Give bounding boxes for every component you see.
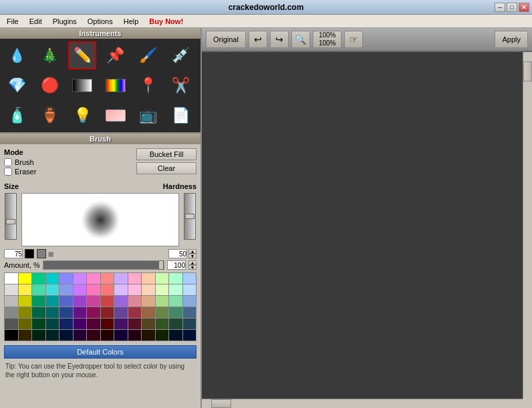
color-cell[interactable] bbox=[114, 307, 128, 318]
size-input[interactable] bbox=[4, 249, 23, 258]
color-cell[interactable] bbox=[128, 319, 142, 329]
hardness-slider[interactable] bbox=[184, 193, 196, 240]
color-cell[interactable] bbox=[101, 319, 114, 329]
color-cell[interactable] bbox=[183, 330, 196, 341]
color-cell[interactable] bbox=[74, 296, 87, 307]
color-cell[interactable] bbox=[183, 296, 196, 307]
scrollbar-vertical[interactable] bbox=[523, 52, 532, 399]
color-cell[interactable] bbox=[114, 330, 128, 341]
amount-input[interactable] bbox=[167, 260, 186, 270]
color-cell[interactable] bbox=[169, 296, 182, 307]
size-slider[interactable] bbox=[5, 193, 17, 240]
minimize-button[interactable]: ─ bbox=[495, 3, 505, 12]
color-cell[interactable] bbox=[183, 307, 196, 318]
tool-scissors[interactable]: ✂️ bbox=[167, 71, 195, 99]
menu-plugins[interactable]: Plugins bbox=[49, 17, 81, 26]
menu-options[interactable]: Options bbox=[84, 17, 117, 26]
color-cell[interactable] bbox=[46, 307, 59, 318]
color-cell[interactable] bbox=[32, 319, 45, 329]
amount-up-arrow[interactable]: ▲ bbox=[188, 260, 196, 265]
color-cell[interactable] bbox=[19, 273, 32, 284]
color-cell[interactable] bbox=[156, 296, 169, 307]
amount-down-arrow[interactable]: ▼ bbox=[188, 265, 196, 270]
color-cell[interactable] bbox=[32, 284, 45, 295]
tool-brush[interactable]: 🖌️ bbox=[134, 41, 162, 69]
color-cell[interactable] bbox=[74, 319, 87, 329]
color-cell[interactable] bbox=[87, 296, 100, 307]
zoom-in-button[interactable]: 🔍 bbox=[291, 31, 310, 48]
color-cell[interactable] bbox=[183, 319, 196, 329]
color-cell[interactable] bbox=[74, 307, 87, 318]
color-cell[interactable] bbox=[87, 284, 100, 295]
color-cell[interactable] bbox=[142, 307, 155, 318]
color-cell[interactable] bbox=[142, 284, 155, 295]
color-cell[interactable] bbox=[5, 273, 18, 284]
color-cell[interactable] bbox=[169, 307, 182, 318]
color-cell[interactable] bbox=[169, 319, 182, 329]
tool-green-cone[interactable]: 🎄 bbox=[35, 41, 63, 69]
hand-tool-button[interactable]: ☞ bbox=[344, 31, 363, 48]
close-button[interactable]: ✕ bbox=[519, 3, 529, 12]
tool-gem[interactable]: 💎 bbox=[3, 71, 31, 99]
color-cell[interactable] bbox=[128, 296, 142, 307]
color-cell[interactable] bbox=[142, 296, 155, 307]
maximize-button[interactable]: □ bbox=[507, 3, 517, 12]
color-cell[interactable] bbox=[156, 273, 169, 284]
menu-file[interactable]: File bbox=[3, 17, 23, 26]
tool-ball[interactable]: 🔴 bbox=[35, 71, 63, 99]
bg-color-box[interactable] bbox=[37, 249, 46, 258]
color-cell[interactable] bbox=[169, 284, 182, 295]
scrollbar-horizontal[interactable] bbox=[202, 399, 523, 408]
hardness-input[interactable] bbox=[168, 249, 187, 258]
tool-gradient[interactable] bbox=[68, 71, 96, 99]
brush-checkbox[interactable] bbox=[4, 158, 12, 166]
color-cell[interactable] bbox=[59, 307, 73, 318]
menu-help[interactable]: Help bbox=[120, 17, 143, 26]
tool-pencil[interactable]: ✏️ bbox=[68, 41, 96, 69]
color-cell[interactable] bbox=[32, 273, 45, 284]
color-cell[interactable] bbox=[183, 284, 196, 295]
color-cell[interactable] bbox=[46, 273, 59, 284]
color-cell[interactable] bbox=[156, 319, 169, 329]
color-cell[interactable] bbox=[32, 296, 45, 307]
color-cell[interactable] bbox=[114, 319, 128, 329]
hardness-up-arrow[interactable]: ▲ bbox=[188, 249, 196, 254]
color-cell[interactable] bbox=[5, 319, 18, 329]
tool-stamp[interactable]: 📌 bbox=[102, 41, 130, 69]
color-cell[interactable] bbox=[5, 307, 18, 318]
fg-color-box[interactable] bbox=[25, 249, 34, 258]
color-cell[interactable] bbox=[87, 273, 100, 284]
color-cell[interactable] bbox=[19, 330, 32, 341]
color-cell[interactable] bbox=[101, 330, 114, 341]
scroll-thumb-v[interactable] bbox=[523, 61, 532, 81]
tool-tv[interactable]: 📺 bbox=[134, 101, 162, 130]
color-cell[interactable] bbox=[59, 296, 73, 307]
color-cell[interactable] bbox=[142, 330, 155, 341]
color-cell[interactable] bbox=[74, 330, 87, 341]
color-cell[interactable] bbox=[46, 330, 59, 341]
color-cell[interactable] bbox=[19, 296, 32, 307]
amount-slider[interactable] bbox=[43, 260, 164, 270]
clear-button[interactable]: Clear bbox=[136, 162, 196, 174]
color-cell[interactable] bbox=[19, 284, 32, 295]
tool-tube[interactable]: 🧴 bbox=[3, 101, 31, 130]
color-cell[interactable] bbox=[128, 273, 142, 284]
color-cell[interactable] bbox=[46, 296, 59, 307]
color-cell[interactable] bbox=[128, 307, 142, 318]
color-cell[interactable] bbox=[87, 330, 100, 341]
tool-paper[interactable]: 📄 bbox=[167, 101, 195, 130]
color-cell[interactable] bbox=[46, 319, 59, 329]
color-cell[interactable] bbox=[5, 284, 18, 295]
color-cell[interactable] bbox=[128, 330, 142, 341]
redo-button[interactable]: ↪ bbox=[270, 31, 289, 48]
color-cell[interactable] bbox=[169, 330, 182, 341]
color-cell[interactable] bbox=[19, 307, 32, 318]
color-cell[interactable] bbox=[74, 273, 87, 284]
color-cell[interactable] bbox=[101, 273, 114, 284]
color-cell[interactable] bbox=[59, 319, 73, 329]
color-cell[interactable] bbox=[156, 284, 169, 295]
color-cell[interactable] bbox=[87, 307, 100, 318]
color-cell[interactable] bbox=[59, 284, 73, 295]
color-cell[interactable] bbox=[46, 284, 59, 295]
tool-pin[interactable]: 📍 bbox=[134, 71, 162, 99]
